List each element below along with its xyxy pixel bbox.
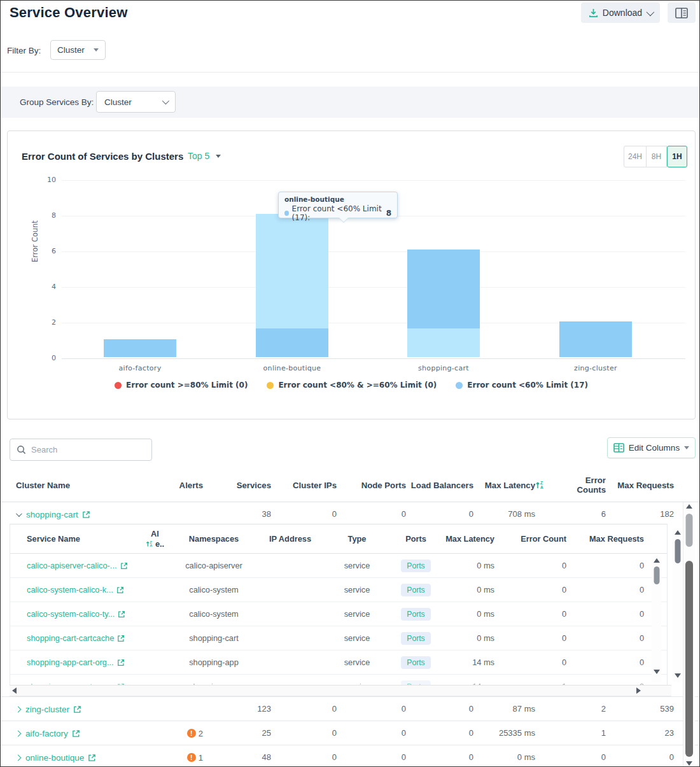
ports-badge[interactable]: Ports	[401, 656, 430, 669]
col-service-alerts[interactable]: Al ZA e..	[137, 529, 172, 549]
cell-latency: 0 ms	[443, 609, 494, 619]
cell-error-counts: 6	[566, 509, 606, 519]
service-row[interactable]: calico-system-calico-ty... calico-system…	[10, 602, 667, 626]
table-vertical-scrollbar[interactable]	[673, 528, 682, 682]
download-button[interactable]: Download	[581, 3, 660, 23]
bar-aifo-factory[interactable]	[104, 339, 176, 357]
col-type[interactable]: Type	[325, 534, 389, 544]
filter-dropdown[interactable]: Cluster	[50, 40, 106, 60]
ports-badge[interactable]: Ports	[401, 584, 430, 596]
col-node-ports[interactable]: Node Ports	[337, 481, 406, 490]
legend-item-yellow[interactable]: Error count <80% & >=60% Limit (0)	[267, 381, 437, 390]
col-service-max-latency[interactable]: Max Latency	[443, 534, 494, 544]
download-icon	[589, 8, 598, 18]
services-vertical-scrollbar[interactable]	[652, 556, 661, 682]
service-row[interactable]: calico-apiserver-calico-... calico-apise…	[10, 554, 667, 578]
chevron-right-icon[interactable]	[15, 706, 22, 712]
x-label: shopping-cart	[393, 364, 494, 372]
service-link[interactable]: shopping-cart-cartcache	[27, 633, 125, 643]
cell-cluster-ips: 0	[271, 704, 337, 714]
search-input[interactable]	[31, 445, 139, 454]
cell-namespace: shopping-cart	[172, 633, 255, 643]
cell-requests: 0	[566, 561, 644, 570]
service-row[interactable]: shopping-app-cart-org... shopping-app se…	[10, 651, 667, 675]
cell-namespace: shopping-app	[172, 658, 255, 667]
scroll-right-icon[interactable]	[636, 687, 641, 694]
ports-badge[interactable]: Ports	[401, 680, 430, 686]
col-service-name[interactable]: Service Name	[10, 534, 137, 544]
col-ports[interactable]: Ports	[389, 534, 443, 544]
cluster-link[interactable]: zing-cluster	[16, 705, 81, 714]
col-services[interactable]: Services	[203, 481, 271, 490]
cell-errors: 0	[494, 658, 566, 667]
cell-services: 38	[203, 509, 271, 519]
col-service-max-requests[interactable]: Max Requests	[566, 534, 644, 544]
col-cluster-name[interactable]: Cluster Name	[1, 481, 174, 490]
external-link-icon	[118, 610, 125, 618]
horizontal-scrollbar[interactable]	[10, 685, 671, 696]
cell-cluster-ips: 0	[271, 728, 337, 738]
service-link[interactable]: shopping-app-cart-org...	[27, 658, 125, 667]
chevron-right-icon[interactable]	[15, 730, 22, 736]
side-panel-button[interactable]	[668, 3, 696, 23]
bar-segment	[256, 214, 328, 328]
external-link-icon	[117, 635, 125, 642]
cluster-link[interactable]: aifo-factory	[16, 729, 80, 738]
service-link[interactable]: calico-apiserver-calico-...	[27, 561, 128, 570]
scrollbar-thumb[interactable]	[654, 566, 659, 584]
chevron-right-icon[interactable]	[15, 754, 22, 761]
scroll-up-icon[interactable]	[686, 504, 692, 509]
legend-item-red[interactable]: Error count >=80% Limit (0)	[115, 381, 248, 390]
cluster-link[interactable]: online-boutique	[16, 753, 96, 763]
svg-text:A: A	[150, 544, 152, 547]
ports-badge[interactable]: Ports	[401, 559, 430, 572]
service-row-clipped[interactable]: shopping-app-cart-org... shopping-app se…	[10, 675, 667, 685]
col-max-latency[interactable]: Max Latency	[473, 481, 535, 490]
cell-errors: 0	[494, 633, 566, 643]
service-link[interactable]: calico-system-calico-k...	[27, 585, 124, 595]
bar-shopping-cart[interactable]	[407, 250, 480, 357]
col-error-counts[interactable]: Error Counts	[566, 475, 606, 495]
col-service-error-count[interactable]: Error Count	[494, 534, 566, 544]
download-label: Download	[603, 8, 642, 18]
ports-badge[interactable]: Ports	[401, 608, 430, 621]
scroll-up-icon[interactable]	[654, 558, 660, 563]
ports-badge[interactable]: Ports	[401, 632, 430, 645]
scrollbar-thumb[interactable]	[675, 539, 680, 563]
x-label: zing-cluster	[545, 364, 647, 372]
cluster-row-online-boutique[interactable]: online-boutique !1 48 0 0 0 0 ms 0 0	[1, 745, 700, 767]
scrollbar-thumb[interactable]	[686, 514, 693, 547]
tooltip-title: online-boutique	[284, 195, 391, 203]
bar-zing-cluster[interactable]	[559, 321, 632, 357]
scroll-up-icon[interactable]	[675, 530, 681, 535]
sort-za-icon[interactable]: ZA	[146, 540, 154, 548]
scroll-down-icon[interactable]	[654, 670, 660, 674]
cell-type: service	[325, 609, 389, 619]
sort-za-icon[interactable]: ZA	[535, 480, 566, 490]
col-max-requests[interactable]: Max Requests	[606, 481, 674, 490]
cluster-row-shopping-cart[interactable]: shopping-cart 38 0 0 0 708 ms 6 182	[1, 502, 700, 526]
service-row[interactable]: shopping-cart-cartcache shopping-cart se…	[10, 626, 667, 651]
col-load-balancers[interactable]: Load Balancers	[406, 481, 473, 490]
bar-online-boutique[interactable]	[256, 214, 328, 357]
cluster-row-zing-cluster[interactable]: zing-cluster 123 0 0 0 87 ms 2 539	[1, 697, 700, 721]
col-alerts[interactable]: Alerts	[174, 481, 203, 490]
scroll-left-icon[interactable]	[12, 687, 17, 694]
scroll-down-icon[interactable]	[675, 673, 681, 678]
cluster-row-aifo-factory[interactable]: aifo-factory !2 25 0 0 0 25335 ms 1 23	[1, 721, 700, 745]
service-row[interactable]: calico-system-calico-k... calico-system …	[10, 578, 667, 602]
group-by-select[interactable]: Cluster	[96, 91, 176, 113]
scroll-down-icon[interactable]	[686, 761, 692, 766]
chevron-down-icon[interactable]	[16, 510, 22, 517]
x-label: online-boutique	[241, 364, 343, 372]
col-ip-address[interactable]: IP Address	[255, 534, 325, 544]
cluster-link[interactable]: shopping-cart	[16, 510, 90, 519]
cell-latency: 14 ms	[443, 658, 494, 667]
edit-columns-button[interactable]: Edit Columns	[607, 437, 696, 458]
legend-item-blue[interactable]: Error count <60% Limit (17)	[456, 381, 588, 390]
service-link[interactable]: calico-system-calico-ty...	[27, 609, 125, 619]
scrollbar-thumb[interactable]	[685, 561, 693, 757]
col-namespaces[interactable]: Namespaces	[172, 534, 255, 544]
page-vertical-scrollbar[interactable]	[683, 502, 695, 767]
col-cluster-ips[interactable]: Cluster IPs	[271, 481, 337, 490]
